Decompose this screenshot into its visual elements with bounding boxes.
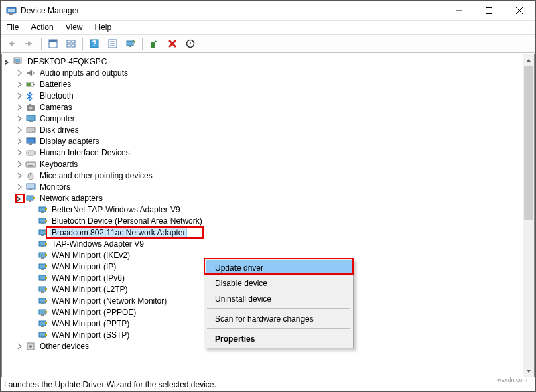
close-button[interactable] — [504, 1, 534, 20]
node-label: TAP-Windows Adapter V9 — [50, 239, 145, 249]
node-label: Disk drives — [38, 125, 80, 135]
svg-rect-64 — [45, 231, 47, 233]
svg-rect-22 — [129, 46, 131, 47]
tree-category[interactable]: Batteries — [3, 78, 534, 90]
menu-file[interactable]: File — [5, 23, 20, 32]
tree-category[interactable]: Mice and other pointing devices — [3, 170, 534, 181]
show-hidden-button[interactable] — [45, 36, 61, 51]
help-button[interactable]: ? — [86, 36, 103, 51]
network-adapter-icon — [38, 318, 48, 329]
menu-scan-hardware[interactable]: Scan for hardware changes — [206, 311, 352, 326]
expand-icon[interactable] — [15, 342, 25, 351]
svg-rect-65 — [39, 241, 46, 246]
tree-category[interactable]: Keyboards — [3, 158, 534, 170]
vertical-scrollbar[interactable] — [523, 54, 534, 377]
menu-properties[interactable]: Properties — [206, 331, 352, 346]
node-label: Monitors — [38, 182, 72, 192]
minimize-button[interactable] — [444, 1, 474, 20]
menu-view[interactable]: View — [64, 23, 84, 32]
maximize-button[interactable] — [474, 1, 504, 20]
tree-device[interactable]: Broadcom 802.11ac Network Adapter — [3, 226, 534, 238]
tree-category[interactable]: Audio inputs and outputs — [3, 67, 534, 78]
expand-icon[interactable] — [15, 125, 25, 135]
svg-rect-8 — [25, 43, 32, 44]
menubar: File Action View Help — [1, 21, 535, 34]
tree-category[interactable]: Network adapters — [3, 192, 534, 204]
update-driver-button[interactable] — [146, 36, 162, 51]
svg-rect-13 — [67, 44, 70, 47]
menu-disable-device[interactable]: Disable device — [206, 275, 352, 291]
svg-rect-53 — [27, 196, 34, 200]
svg-rect-10 — [49, 40, 57, 42]
svg-rect-76 — [45, 277, 47, 279]
toolbar: ? — [1, 34, 535, 53]
tree-device[interactable]: Bluetooth Device (Personal Area Network) — [3, 215, 534, 226]
menu-help[interactable]: Help — [94, 23, 113, 32]
expand-icon[interactable] — [15, 114, 25, 123]
svg-rect-46 — [29, 164, 31, 164]
svg-rect-67 — [45, 243, 47, 245]
device-icon — [25, 113, 36, 124]
menu-uninstall-device[interactable]: Uninstall device — [206, 291, 352, 306]
network-adapter-icon — [38, 261, 48, 272]
device-icon — [25, 147, 36, 158]
uninstall-button[interactable] — [164, 36, 180, 51]
svg-rect-7 — [9, 43, 15, 44]
tree-category[interactable]: Monitors — [3, 181, 534, 192]
svg-rect-54 — [29, 200, 31, 202]
node-label: Display adapters — [38, 137, 100, 146]
svg-point-34 — [29, 106, 33, 109]
svg-rect-89 — [39, 332, 46, 337]
view-button[interactable] — [63, 36, 79, 51]
svg-rect-24 — [156, 41, 157, 42]
node-label: BetterNet TAP-Windows Adapter V9 — [50, 205, 182, 214]
expand-icon[interactable] — [15, 137, 25, 146]
scroll-thumb[interactable] — [524, 66, 533, 220]
context-menu: Update driver Disable device Uninstall d… — [204, 258, 354, 348]
collapse-icon[interactable] — [3, 57, 13, 66]
expand-icon[interactable] — [15, 171, 25, 180]
properties-button[interactable] — [105, 36, 121, 51]
tree-category[interactable]: Display adapters — [3, 135, 534, 147]
tree-category[interactable]: Human Interface Devices — [3, 147, 534, 158]
tree-category[interactable]: Computer — [3, 113, 534, 124]
svg-rect-62 — [39, 230, 46, 235]
collapse-icon[interactable] — [15, 194, 25, 203]
svg-rect-77 — [39, 287, 46, 291]
scroll-down-button[interactable] — [523, 365, 534, 377]
tree-device[interactable]: BetterNet TAP-Windows Adapter V9 — [3, 204, 534, 215]
node-label: Audio inputs and outputs — [38, 68, 129, 78]
svg-rect-86 — [39, 321, 46, 326]
svg-rect-28 — [16, 63, 19, 64]
expand-icon[interactable] — [15, 182, 25, 192]
network-adapter-icon — [38, 296, 48, 306]
tree-device[interactable]: TAP-Windows Adapter V9 — [3, 238, 534, 249]
svg-rect-42 — [27, 151, 35, 155]
node-label: DESKTOP-4FQKGPC — [26, 57, 108, 66]
expand-icon[interactable] — [15, 68, 25, 78]
svg-rect-81 — [41, 303, 44, 304]
expand-icon[interactable] — [15, 91, 25, 101]
node-label: WAN Miniport (IPv6) — [50, 273, 126, 283]
menu-separator — [207, 328, 350, 329]
expand-icon[interactable] — [15, 80, 25, 89]
window-title: Device Manager — [21, 6, 444, 15]
device-icon — [25, 193, 36, 204]
node-label: Bluetooth Device (Personal Area Network) — [50, 216, 204, 226]
menu-update-driver[interactable]: Update driver — [206, 260, 352, 275]
disable-button[interactable] — [182, 36, 198, 51]
menu-action[interactable]: Action — [29, 23, 54, 32]
scroll-up-button[interactable] — [523, 54, 534, 66]
tree-category[interactable]: Disk drives — [3, 124, 534, 135]
expand-icon[interactable] — [15, 148, 25, 157]
tree-category[interactable]: Cameras — [3, 101, 534, 113]
tree-root[interactable]: DESKTOP-4FQKGPC — [3, 56, 534, 67]
svg-rect-83 — [39, 310, 46, 314]
expand-icon[interactable] — [15, 159, 25, 169]
tree-category[interactable]: Bluetooth — [3, 90, 534, 101]
scan-button[interactable] — [123, 36, 139, 51]
app-icon — [6, 5, 17, 16]
expand-icon[interactable] — [15, 103, 25, 112]
svg-rect-75 — [41, 280, 44, 281]
svg-rect-79 — [45, 288, 47, 290]
